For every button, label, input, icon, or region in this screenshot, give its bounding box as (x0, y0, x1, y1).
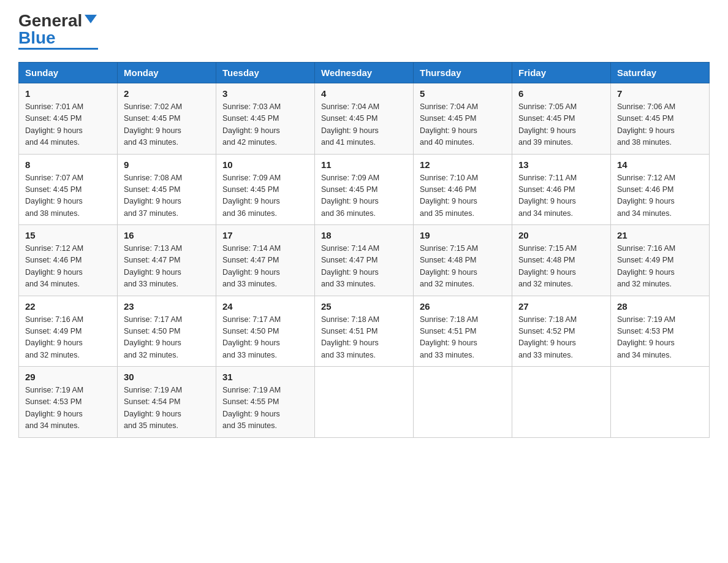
day-info: Sunrise: 7:12 AMSunset: 4:46 PMDaylight:… (25, 244, 83, 288)
calendar-cell: 11Sunrise: 7:09 AMSunset: 4:45 PMDayligh… (315, 154, 414, 225)
calendar-cell: 17Sunrise: 7:14 AMSunset: 4:47 PMDayligh… (216, 225, 315, 296)
day-info: Sunrise: 7:13 AMSunset: 4:47 PMDaylight:… (124, 244, 182, 288)
day-info: Sunrise: 7:17 AMSunset: 4:50 PMDaylight:… (222, 315, 281, 359)
calendar-week-row: 1Sunrise: 7:01 AMSunset: 4:45 PMDaylight… (19, 83, 710, 155)
day-info: Sunrise: 7:14 AMSunset: 4:47 PMDaylight:… (222, 244, 281, 288)
calendar-cell: 10Sunrise: 7:09 AMSunset: 4:45 PMDayligh… (216, 154, 315, 225)
day-info: Sunrise: 7:07 AMSunset: 4:45 PMDaylight:… (25, 174, 83, 218)
day-number: 23 (124, 301, 210, 312)
calendar-cell: 5Sunrise: 7:04 AMSunset: 4:45 PMDaylight… (414, 83, 512, 155)
calendar-cell: 31Sunrise: 7:19 AMSunset: 4:55 PMDayligh… (216, 367, 315, 438)
day-info: Sunrise: 7:19 AMSunset: 4:55 PMDaylight:… (222, 386, 281, 430)
day-info: Sunrise: 7:03 AMSunset: 4:45 PMDaylight:… (222, 102, 281, 147)
day-info: Sunrise: 7:06 AMSunset: 4:45 PMDaylight:… (617, 102, 675, 147)
calendar-cell (315, 367, 414, 438)
calendar-cell: 3Sunrise: 7:03 AMSunset: 4:45 PMDaylight… (216, 83, 315, 155)
calendar-cell: 9Sunrise: 7:08 AMSunset: 4:45 PMDaylight… (118, 154, 216, 225)
calendar-cell: 19Sunrise: 7:15 AMSunset: 4:48 PMDayligh… (414, 225, 512, 296)
day-number: 24 (222, 301, 308, 312)
day-number: 15 (25, 230, 111, 240)
day-info: Sunrise: 7:18 AMSunset: 4:51 PMDaylight:… (420, 315, 478, 359)
day-info: Sunrise: 7:19 AMSunset: 4:53 PMDaylight:… (617, 315, 675, 359)
day-number: 2 (124, 88, 210, 99)
logo-underline (18, 48, 98, 50)
header-thursday: Thursday (414, 63, 512, 83)
header-friday: Friday (512, 63, 611, 83)
calendar-cell: 4Sunrise: 7:04 AMSunset: 4:45 PMDaylight… (315, 83, 414, 155)
header-monday: Monday (118, 63, 216, 83)
day-number: 28 (617, 301, 703, 312)
calendar-cell: 28Sunrise: 7:19 AMSunset: 4:53 PMDayligh… (611, 296, 710, 367)
day-number: 20 (518, 230, 604, 240)
day-number: 27 (518, 301, 604, 312)
day-info: Sunrise: 7:17 AMSunset: 4:50 PMDaylight:… (124, 315, 182, 359)
calendar-cell (611, 367, 710, 438)
header-saturday: Saturday (611, 63, 710, 83)
day-number: 25 (321, 301, 407, 312)
day-info: Sunrise: 7:16 AMSunset: 4:49 PMDaylight:… (617, 244, 675, 288)
logo-blue-text: Blue (18, 29, 56, 47)
calendar-cell: 20Sunrise: 7:15 AMSunset: 4:48 PMDayligh… (512, 225, 611, 296)
calendar-cell (512, 367, 611, 438)
day-number: 11 (321, 159, 407, 170)
calendar-cell: 2Sunrise: 7:02 AMSunset: 4:45 PMDaylight… (118, 83, 216, 155)
day-number: 4 (321, 88, 407, 99)
calendar-cell (414, 367, 512, 438)
day-number: 30 (124, 372, 210, 382)
day-number: 5 (420, 88, 506, 99)
day-number: 12 (420, 159, 506, 170)
day-number: 13 (518, 159, 604, 170)
day-info: Sunrise: 7:16 AMSunset: 4:49 PMDaylight:… (25, 315, 83, 359)
day-info: Sunrise: 7:02 AMSunset: 4:45 PMDaylight:… (124, 102, 182, 147)
calendar-cell: 1Sunrise: 7:01 AMSunset: 4:45 PMDaylight… (19, 83, 118, 155)
calendar-cell: 6Sunrise: 7:05 AMSunset: 4:45 PMDaylight… (512, 83, 611, 155)
day-info: Sunrise: 7:12 AMSunset: 4:46 PMDaylight:… (617, 174, 675, 218)
calendar-cell: 25Sunrise: 7:18 AMSunset: 4:51 PMDayligh… (315, 296, 414, 367)
day-number: 19 (420, 230, 506, 240)
day-number: 9 (124, 159, 210, 170)
header-tuesday: Tuesday (216, 63, 315, 83)
day-info: Sunrise: 7:14 AMSunset: 4:47 PMDaylight:… (321, 244, 379, 288)
calendar-cell: 29Sunrise: 7:19 AMSunset: 4:53 PMDayligh… (19, 367, 118, 438)
calendar-header-row: SundayMondayTuesdayWednesdayThursdayFrid… (19, 63, 710, 83)
day-info: Sunrise: 7:11 AMSunset: 4:46 PMDaylight:… (518, 174, 577, 218)
day-number: 6 (518, 88, 604, 99)
logo-general-text: General (18, 12, 82, 29)
logo: General Blue (18, 12, 98, 50)
day-info: Sunrise: 7:10 AMSunset: 4:46 PMDaylight:… (420, 174, 478, 218)
calendar-cell: 18Sunrise: 7:14 AMSunset: 4:47 PMDayligh… (315, 225, 414, 296)
day-number: 29 (25, 372, 111, 382)
day-info: Sunrise: 7:01 AMSunset: 4:45 PMDaylight:… (25, 102, 83, 147)
logo-triangle-icon (85, 15, 97, 23)
day-number: 14 (617, 159, 703, 170)
calendar-cell: 12Sunrise: 7:10 AMSunset: 4:46 PMDayligh… (414, 154, 512, 225)
calendar-cell: 23Sunrise: 7:17 AMSunset: 4:50 PMDayligh… (118, 296, 216, 367)
calendar-cell: 7Sunrise: 7:06 AMSunset: 4:45 PMDaylight… (611, 83, 710, 155)
day-number: 26 (420, 301, 506, 312)
day-info: Sunrise: 7:05 AMSunset: 4:45 PMDaylight:… (518, 102, 577, 147)
calendar-cell: 14Sunrise: 7:12 AMSunset: 4:46 PMDayligh… (611, 154, 710, 225)
day-number: 7 (617, 88, 703, 99)
header-sunday: Sunday (19, 63, 118, 83)
day-info: Sunrise: 7:19 AMSunset: 4:53 PMDaylight:… (25, 386, 83, 430)
calendar-table: SundayMondayTuesdayWednesdayThursdayFrid… (18, 62, 710, 438)
day-number: 3 (222, 88, 308, 99)
page-header: General Blue (18, 12, 710, 50)
calendar-week-row: 15Sunrise: 7:12 AMSunset: 4:46 PMDayligh… (19, 225, 710, 296)
day-number: 1 (25, 88, 111, 99)
day-info: Sunrise: 7:09 AMSunset: 4:45 PMDaylight:… (321, 174, 379, 218)
day-number: 22 (25, 301, 111, 312)
day-info: Sunrise: 7:15 AMSunset: 4:48 PMDaylight:… (518, 244, 577, 288)
calendar-cell: 30Sunrise: 7:19 AMSunset: 4:54 PMDayligh… (118, 367, 216, 438)
calendar-cell: 26Sunrise: 7:18 AMSunset: 4:51 PMDayligh… (414, 296, 512, 367)
calendar-cell: 16Sunrise: 7:13 AMSunset: 4:47 PMDayligh… (118, 225, 216, 296)
day-info: Sunrise: 7:18 AMSunset: 4:52 PMDaylight:… (518, 315, 577, 359)
day-number: 8 (25, 159, 111, 170)
day-info: Sunrise: 7:09 AMSunset: 4:45 PMDaylight:… (222, 174, 281, 218)
calendar-cell: 22Sunrise: 7:16 AMSunset: 4:49 PMDayligh… (19, 296, 118, 367)
calendar-week-row: 22Sunrise: 7:16 AMSunset: 4:49 PMDayligh… (19, 296, 710, 367)
day-info: Sunrise: 7:04 AMSunset: 4:45 PMDaylight:… (420, 102, 478, 147)
day-number: 10 (222, 159, 308, 170)
day-number: 21 (617, 230, 703, 240)
day-number: 18 (321, 230, 407, 240)
